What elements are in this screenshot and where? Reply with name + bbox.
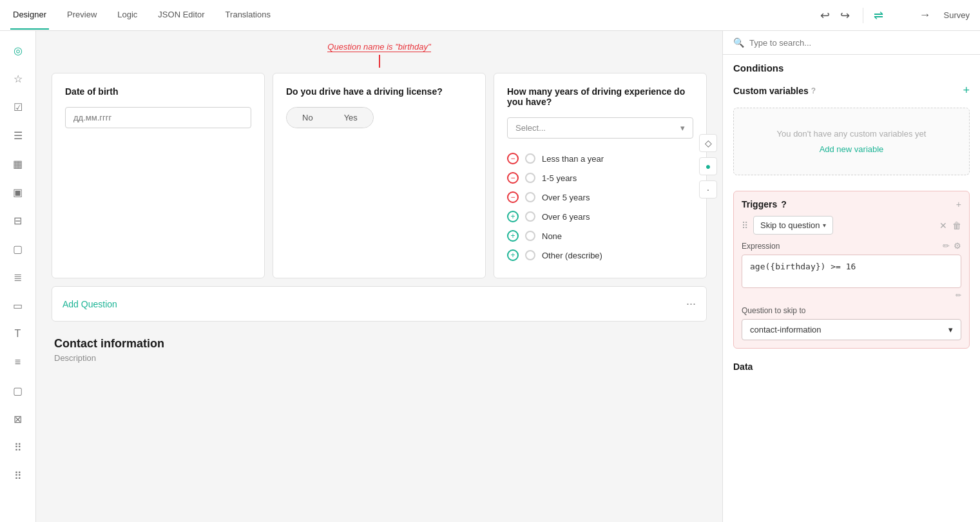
nav-divider	[863, 8, 863, 23]
radio-circle-2[interactable]	[525, 192, 535, 202]
radio-circle-4[interactable]	[525, 231, 535, 241]
custom-variables-header: Custom variables ? +	[723, 76, 980, 102]
radio-label-5: Other (describe)	[542, 251, 602, 260]
radio-circle-3[interactable]	[525, 211, 535, 222]
sidebar-icon-crop[interactable]: ⊠	[6, 407, 30, 430]
sidebar-icon-check[interactable]: ☑	[6, 95, 30, 119]
custom-vars-help-icon[interactable]: ?	[811, 86, 816, 95]
skip-to-label: Question to skip to	[742, 306, 961, 315]
survey-label: Survey	[944, 10, 970, 20]
trigger-row: ⠿ Skip to question ▾ ✕ 🗑	[742, 216, 961, 235]
radio-circle-5[interactable]	[525, 250, 535, 260]
nav-item-json-editor[interactable]: JSON Editor	[155, 1, 207, 30]
chevron-down-icon: ▾	[680, 123, 685, 133]
settings-button[interactable]: ⇌	[874, 8, 883, 23]
sidebar-icon-list[interactable]: ☰	[6, 124, 30, 147]
redo-button[interactable]: ↪	[838, 6, 852, 25]
toggle-no[interactable]: No	[287, 108, 329, 128]
section-title: Contact information	[54, 337, 704, 351]
expression-input[interactable]: age({birthday}) >= 16	[742, 255, 961, 288]
toggle-yes[interactable]: Yes	[329, 108, 373, 128]
center-canvas: Question name is "birthday" Date of birt…	[36, 31, 722, 378]
search-input[interactable]	[749, 38, 970, 48]
trigger-type-label: Skip to question	[760, 220, 820, 230]
sidebar-icon-grid[interactable]: ⠿	[6, 464, 30, 487]
add-variable-link[interactable]: Add new variable	[820, 144, 884, 154]
nav-item-designer[interactable]: Designer	[10, 1, 49, 30]
delete-trigger-button[interactable]: 🗑	[952, 220, 961, 231]
dot-icon[interactable]: ·	[699, 180, 717, 198]
triggers-header-actions: +	[956, 199, 961, 209]
nav-actions: ↩ ↪ ⇌ → Survey	[818, 6, 970, 25]
plus-icon-4[interactable]: +	[507, 230, 519, 242]
nav-item-translations[interactable]: Translations	[223, 1, 273, 30]
radio-options: − Less than a year − 1-5 years −	[507, 149, 693, 265]
radio-option-3: + Over 6 years	[507, 207, 693, 226]
sidebar-icon-folder[interactable]: ⊟	[6, 209, 30, 232]
toggle-group: No Yes	[286, 107, 374, 128]
minus-icon-2[interactable]: −	[507, 191, 519, 203]
radio-label-4: None	[542, 231, 562, 241]
sidebar-icon-star[interactable]: ☆	[6, 67, 30, 90]
radio-option-1: − 1-5 years	[507, 168, 693, 188]
radio-label-0: Less than a year	[542, 154, 604, 164]
skip-select[interactable]: contact-information ▾	[742, 319, 961, 340]
triggers-section: Triggers ? + ⠿ Skip to question ▾ ✕ 🗑	[733, 191, 970, 349]
skip-value: contact-information	[750, 325, 821, 334]
sidebar-icon-target[interactable]: ◎	[6, 39, 30, 62]
add-trigger-button[interactable]: +	[956, 199, 961, 209]
expression-edit-icon: ✏	[742, 291, 961, 300]
skip-chevron-icon: ▾	[948, 325, 953, 334]
driving-experience-card: How many years of driving experience do …	[494, 73, 707, 278]
add-custom-var-button[interactable]: +	[963, 84, 970, 97]
question-row: Date of birth Do you drive have a drivin…	[52, 73, 707, 278]
sidebar-icon-frame[interactable]: ▢	[6, 379, 30, 402]
right-panel: 🔍 Conditions Custom variables ? + You do…	[722, 31, 980, 522]
date-of-birth-card: Date of birth	[52, 73, 265, 278]
main-layout: ◎ ☆ ☑ ☰ ▦ ▣ ⊟ ▢ ≣ ▭ T ≡ ▢ ⊠ ⠿ ⠿ Question…	[0, 31, 980, 522]
circle-icon[interactable]: ●	[699, 157, 717, 175]
expression-actions: ✏ ⚙	[943, 241, 961, 251]
section-desc: Description	[54, 353, 704, 363]
drag-handle[interactable]: ⠿	[742, 220, 748, 231]
search-icon: 🔍	[733, 37, 744, 48]
conditions-label: Conditions	[733, 63, 783, 73]
sidebar-icon-bar[interactable]: ≡	[6, 351, 30, 374]
radio-label-3: Over 6 years	[542, 212, 590, 222]
expression-edit-button[interactable]: ✏	[943, 241, 950, 251]
radio-circle-1[interactable]	[525, 173, 535, 183]
plus-icon-5[interactable]: +	[507, 249, 519, 261]
nav-item-logic[interactable]: Logic	[115, 1, 140, 30]
radio-circle-0[interactable]	[525, 153, 535, 164]
arrow-right-button[interactable]: →	[919, 8, 931, 22]
sidebar-icon-doc[interactable]: ≣	[6, 266, 30, 289]
close-trigger-button[interactable]: ✕	[939, 220, 947, 231]
expression-settings-button[interactable]: ⚙	[954, 241, 961, 251]
sidebar-icon-image[interactable]: ▢	[6, 237, 30, 260]
sidebar-icon-table[interactable]: ▦	[6, 152, 30, 175]
radio-label-1: 1-5 years	[542, 173, 577, 183]
top-nav: Designer Preview Logic JSON Editor Trans…	[0, 0, 980, 31]
plus-icon-3[interactable]: +	[507, 211, 519, 222]
trigger-type-button[interactable]: Skip to question ▾	[753, 216, 833, 235]
sidebar-icon-input[interactable]: ▭	[6, 294, 30, 317]
sidebar-icon-layers[interactable]: ▣	[6, 180, 30, 204]
undo-button[interactable]: ↩	[818, 6, 832, 25]
more-options-button[interactable]: ···	[686, 297, 696, 311]
sidebar-icon-apps[interactable]: ⠿	[6, 436, 30, 459]
diamond-icon[interactable]: ◇	[699, 134, 717, 152]
custom-vars-empty: You don't have any custom variables yet …	[733, 108, 970, 175]
minus-icon-0[interactable]: −	[507, 153, 519, 164]
date-input[interactable]	[65, 107, 251, 128]
select-field[interactable]: Select... ▾	[507, 117, 693, 139]
triggers-help-icon[interactable]: ?	[781, 199, 787, 209]
sidebar-icon-text[interactable]: T	[6, 322, 30, 345]
conditions-header: Conditions	[723, 55, 980, 76]
custom-vars-actions: +	[963, 84, 970, 97]
add-question-bar[interactable]: Add Question ···	[52, 286, 707, 322]
nav-item-preview[interactable]: Preview	[64, 1, 99, 30]
radio-option-2: − Over 5 years	[507, 188, 693, 207]
minus-icon-1[interactable]: −	[507, 172, 519, 184]
chevron-down-icon: ▾	[823, 222, 826, 229]
data-section-title: Data	[733, 362, 753, 372]
